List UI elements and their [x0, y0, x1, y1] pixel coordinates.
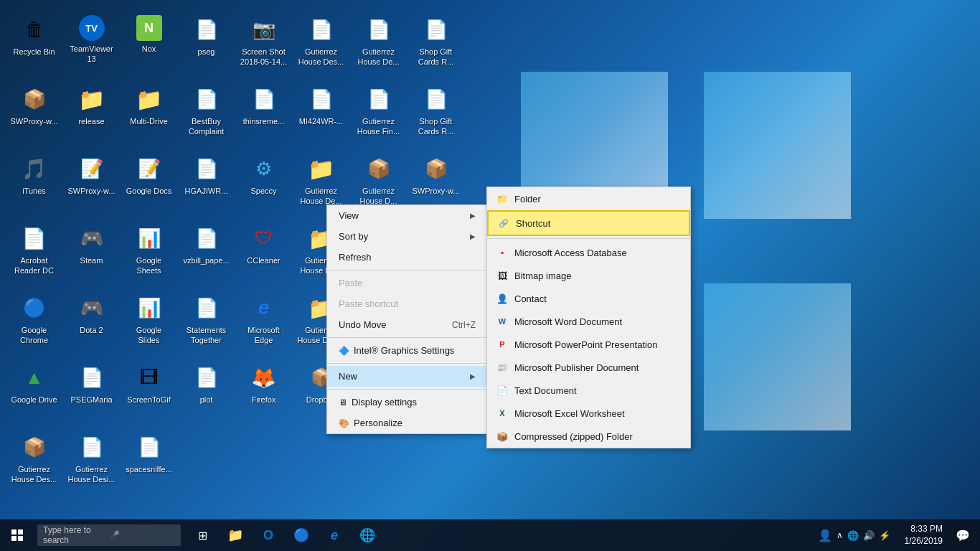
icon-googleslides[interactable]: 📊 Google Slides — [122, 289, 176, 357]
network-icon[interactable]: 🌐 — [847, 530, 859, 541]
mic-icon: 🎤 — [109, 530, 175, 540]
icon-vzbill[interactable]: 📄 vzbill_pape... — [179, 220, 233, 288]
context-menu: View ▶ Sort by ▶ Refresh Paste Paste sho… — [326, 204, 488, 434]
icon-googledocs[interactable]: 📝 Google Docs — [122, 150, 176, 218]
sub-access-db[interactable]: ▪ Microsoft Access Database — [487, 241, 690, 264]
icon-shop-gift1[interactable]: 📄 Shop Gift Cards R... — [409, 11, 463, 79]
sub-excel[interactable]: X Microsoft Excel Worksheet — [487, 402, 690, 425]
ctx-sep2 — [327, 337, 487, 338]
date-display: 1/26/2019 — [905, 535, 943, 547]
chrome-taskbar-button[interactable]: 🔵 — [286, 519, 317, 551]
icon-swproxy2[interactable]: 📝 SWProxy-w... — [65, 150, 118, 218]
icon-pseg[interactable]: 📄 pseg — [179, 11, 233, 79]
ctx-personalize[interactable]: 🎨 Personalize — [327, 413, 487, 433]
ctx-undo-move[interactable]: Undo Move Ctrl+Z — [327, 314, 487, 335]
icon-recycle-bin[interactable]: 🗑 Recycle Bin — [7, 11, 61, 79]
ctx-intel[interactable]: 🔷 Intel® Graphics Settings — [327, 340, 487, 361]
ie-button[interactable]: 🌐 — [352, 519, 383, 551]
sub-word[interactable]: W Microsoft Word Document — [487, 310, 690, 333]
tray-expand[interactable]: ∧ — [837, 530, 843, 540]
desktop: 🗑 Recycle Bin TV TeamViewer 13 N Nox 📄 p… — [0, 0, 980, 551]
icon-teamviewer[interactable]: TV TeamViewer 13 — [65, 11, 118, 79]
icon-gutierrez8[interactable]: 📦 Gutierrez House Des... — [7, 428, 61, 496]
icon-multidrive[interactable]: 📁 Multi-Drive — [122, 80, 176, 149]
icon-swproxy1[interactable]: 📦 SWProxy-w... — [7, 80, 61, 149]
icon-screenshot[interactable]: 📷 Screen Shot 2018-05-14... — [237, 11, 291, 79]
icon-gutierrez9[interactable]: 📄 Gutierrez House Desi... — [65, 428, 118, 496]
ctx-view[interactable]: View ▶ — [327, 205, 487, 226]
icon-firefox[interactable]: 🦊 Firefox — [237, 359, 291, 427]
search-bar[interactable]: Type here to search 🎤 — [37, 524, 181, 546]
sub-contact[interactable]: 👤 Contact — [487, 287, 690, 310]
icon-screentogif[interactable]: 🎞 ScreenToGif — [122, 359, 176, 427]
person-icon[interactable]: 👤 — [818, 529, 832, 542]
icon-shop-gift2[interactable]: 📄 Shop Gift Cards R... — [409, 80, 463, 149]
edge-taskbar-button[interactable]: e — [319, 519, 350, 551]
icon-chrome[interactable]: 🔵 Google Chrome — [7, 289, 61, 357]
icon-dota2[interactable]: 🎮 Dota 2 — [65, 289, 118, 357]
icon-gutierrez1[interactable]: 📄 Gutierrez House Des... — [294, 11, 348, 79]
start-button[interactable] — [0, 519, 34, 551]
volume-icon[interactable]: 🔊 — [863, 530, 875, 541]
ctx-sep3 — [327, 363, 487, 364]
sub-powerpoint[interactable]: P Microsoft PowerPoint Presentation — [487, 333, 690, 356]
sub-sep1 — [487, 238, 690, 239]
battery-icon[interactable]: ⚡ — [879, 530, 890, 541]
sub-zip[interactable]: 📦 Compressed (zipped) Folder — [487, 425, 690, 448]
taskbar-buttons: ⊞ 📁 O 🔵 e 🌐 — [187, 519, 383, 551]
icon-bestbuy[interactable]: 📄 BestBuy Complaint — [179, 80, 233, 149]
clock[interactable]: 8:33 PM 1/26/2019 — [899, 523, 948, 547]
ctx-sep1 — [327, 270, 487, 270]
submenu-new: 📁 Folder 🔗 Shortcut ▪ Microsoft Access D… — [486, 187, 691, 448]
icon-ccleaner[interactable]: 🛡 CCleaner — [237, 220, 291, 288]
task-view-button[interactable]: ⊞ — [187, 519, 218, 551]
sub-text[interactable]: 📄 Text Document — [487, 379, 690, 402]
ctx-sep4 — [327, 389, 487, 390]
icon-mi424[interactable]: 📄 MI424WR-... — [294, 80, 348, 149]
icon-gdrive[interactable]: ▲ Google Drive — [7, 359, 61, 427]
icon-thinsreme[interactable]: 📄 thinsreme... — [237, 80, 291, 149]
ctx-sort[interactable]: Sort by ▶ — [327, 226, 487, 247]
ctx-paste[interactable]: Paste — [327, 273, 487, 293]
taskbar-right: 👤 ∧ 🌐 🔊 ⚡ 8:33 PM 1/26/2019 💬 — [812, 519, 980, 551]
icon-gutierrez2[interactable]: 📄 Gutierrez House De... — [352, 11, 405, 79]
ctx-display[interactable]: 🖥 Display settings — [327, 392, 487, 413]
outlook-button[interactable]: O — [253, 519, 284, 551]
icon-nox[interactable]: N Nox — [122, 11, 176, 79]
icon-hgajwr[interactable]: 📄 HGAJIWR... — [179, 150, 233, 218]
ctx-paste-shortcut[interactable]: Paste shortcut — [327, 293, 487, 314]
icon-spacesniffer[interactable]: 📄 spacesniffe... — [122, 428, 176, 496]
icon-psegmaria[interactable]: 📄 PSEGMaria — [65, 359, 118, 427]
sub-publisher[interactable]: 📰 Microsoft Publisher Document — [487, 356, 690, 379]
icon-acrobat[interactable]: 📄 Acrobat Reader DC — [7, 220, 61, 288]
icon-sheets[interactable]: 📊 Google Sheets — [122, 220, 176, 288]
icon-gutierrez3[interactable]: 📄 Gutierrez House Fin... — [352, 80, 405, 149]
icon-speccy[interactable]: ⚙ Speccy — [237, 150, 291, 218]
search-label: Type here to search — [43, 525, 109, 545]
ctx-new[interactable]: New ▶ — [327, 366, 487, 387]
icon-steam[interactable]: 🎮 Steam — [65, 220, 118, 288]
file-explorer-button[interactable]: 📁 — [220, 519, 251, 551]
sub-shortcut[interactable]: 🔗 Shortcut — [487, 210, 690, 236]
icon-release[interactable]: 📁 release — [65, 80, 118, 149]
tray-icons: 👤 ∧ 🌐 🔊 ⚡ — [812, 529, 896, 542]
taskbar: Type here to search 🎤 ⊞ 📁 O 🔵 e 🌐 — [0, 519, 980, 551]
icon-statements[interactable]: 📄 Statements Together — [179, 289, 233, 357]
icon-itunes[interactable]: 🎵 iTunes — [7, 150, 61, 218]
icon-edge[interactable]: e Microsoft Edge — [237, 289, 291, 357]
sub-bitmap[interactable]: 🖼 Bitmap image — [487, 264, 690, 287]
time-display: 8:33 PM — [910, 523, 943, 535]
sub-folder[interactable]: 📁 Folder — [487, 187, 690, 210]
notification-button[interactable]: 💬 — [951, 519, 974, 551]
icon-plot[interactable]: 📄 plot — [179, 359, 233, 427]
ctx-refresh[interactable]: Refresh — [327, 247, 487, 268]
